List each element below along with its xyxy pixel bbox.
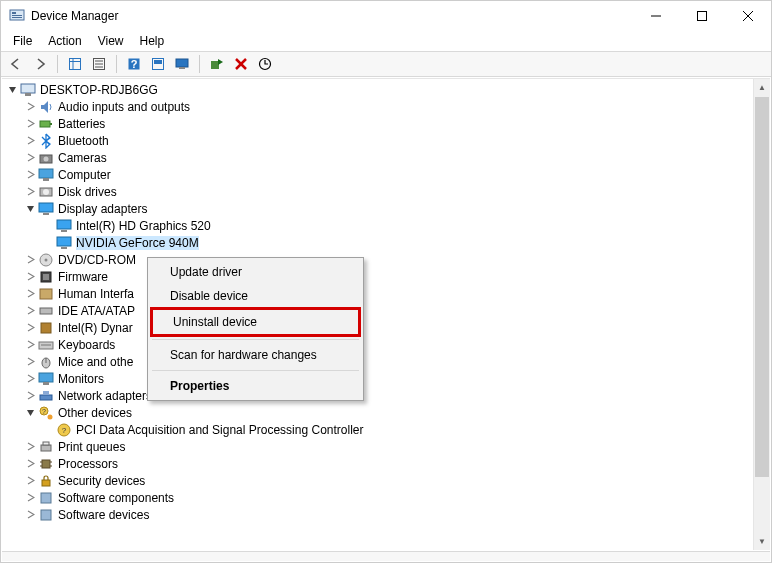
tree-item-firmware[interactable]: Firmware bbox=[4, 268, 753, 285]
menu-file[interactable]: File bbox=[5, 32, 40, 50]
tree-item-keyboards[interactable]: Keyboards bbox=[4, 336, 753, 353]
maximize-button[interactable] bbox=[679, 1, 725, 31]
chevron-right-icon[interactable] bbox=[22, 506, 38, 523]
chevron-down-icon[interactable] bbox=[22, 200, 38, 217]
tree-root[interactable]: DESKTOP-RDJB6GG bbox=[4, 81, 753, 98]
tree-item-cameras[interactable]: Cameras bbox=[4, 149, 753, 166]
scroll-up-button[interactable]: ▲ bbox=[754, 79, 770, 96]
chevron-right-icon[interactable] bbox=[22, 98, 38, 115]
ide-icon bbox=[38, 303, 54, 319]
context-menu: Update driver Disable device Uninstall d… bbox=[147, 257, 364, 401]
device-tree[interactable]: DESKTOP-RDJB6GG Audio inputs and outputs… bbox=[2, 79, 753, 550]
minimize-button[interactable] bbox=[633, 1, 679, 31]
keyboard-icon bbox=[38, 337, 54, 353]
software-icon bbox=[38, 490, 54, 506]
chevron-right-icon[interactable] bbox=[22, 251, 38, 268]
tree-item-bluetooth[interactable]: Bluetooth bbox=[4, 132, 753, 149]
svg-rect-52 bbox=[39, 373, 53, 382]
uninstall-button[interactable] bbox=[230, 53, 252, 75]
tree-item-other[interactable]: ? Other devices bbox=[4, 404, 753, 421]
properties-button[interactable] bbox=[88, 53, 110, 75]
chevron-right-icon[interactable] bbox=[22, 455, 38, 472]
svg-rect-26 bbox=[25, 93, 31, 96]
tree-item-printq[interactable]: Print queues bbox=[4, 438, 753, 455]
chevron-right-icon[interactable] bbox=[22, 489, 38, 506]
tree-item-computer[interactable]: Computer bbox=[4, 166, 753, 183]
tree-item-hid[interactable]: Human Interfa bbox=[4, 285, 753, 302]
chevron-right-icon[interactable] bbox=[22, 166, 38, 183]
chevron-right-icon[interactable] bbox=[22, 370, 38, 387]
tree-item-dvd[interactable]: DVD/CD-ROM bbox=[4, 251, 753, 268]
chevron-right-icon[interactable] bbox=[22, 285, 38, 302]
context-disable-device[interactable]: Disable device bbox=[150, 284, 361, 308]
chevron-right-icon[interactable] bbox=[22, 302, 38, 319]
chevron-right-icon[interactable] bbox=[22, 472, 38, 489]
tree-item-processors[interactable]: Processors bbox=[4, 455, 753, 472]
vertical-scrollbar[interactable]: ▲ ▼ bbox=[753, 79, 770, 550]
chevron-right-icon[interactable] bbox=[22, 149, 38, 166]
display-adapter-icon bbox=[38, 201, 54, 217]
tree-item-nvidia[interactable]: NVIDIA GeForce 940M bbox=[4, 234, 753, 251]
tree-item-intel-dynamic[interactable]: Intel(R) Dynar bbox=[4, 319, 753, 336]
svg-point-58 bbox=[48, 414, 53, 419]
svg-rect-70 bbox=[41, 510, 51, 520]
tree-item-disk[interactable]: Disk drives bbox=[4, 183, 753, 200]
tree-item-batteries[interactable]: Batteries bbox=[4, 115, 753, 132]
menu-help[interactable]: Help bbox=[132, 32, 173, 50]
menu-view[interactable]: View bbox=[90, 32, 132, 50]
tree-item-softdev[interactable]: Software devices bbox=[4, 506, 753, 523]
tree-label: Computer bbox=[58, 168, 111, 182]
tree-item-pci[interactable]: ? PCI Data Acquisition and Signal Proces… bbox=[4, 421, 753, 438]
chevron-right-icon[interactable] bbox=[22, 336, 38, 353]
context-uninstall-device[interactable]: Uninstall device bbox=[150, 307, 361, 337]
tree-item-network[interactable]: Network adapters bbox=[4, 387, 753, 404]
tree-item-display[interactable]: Display adapters bbox=[4, 200, 753, 217]
scroll-thumb[interactable] bbox=[755, 97, 769, 477]
tree-item-ide[interactable]: IDE ATA/ATAP bbox=[4, 302, 753, 319]
chevron-down-icon[interactable] bbox=[4, 81, 20, 98]
menu-action[interactable]: Action bbox=[40, 32, 89, 50]
svg-rect-32 bbox=[43, 178, 49, 181]
chevron-down-icon[interactable] bbox=[22, 404, 38, 421]
chevron-right-icon[interactable] bbox=[22, 183, 38, 200]
svg-rect-3 bbox=[12, 17, 22, 18]
tree-label: Audio inputs and outputs bbox=[58, 100, 190, 114]
monitor-icon bbox=[38, 167, 54, 183]
tree-item-softcomp[interactable]: Software components bbox=[4, 489, 753, 506]
chevron-right-icon[interactable] bbox=[22, 387, 38, 404]
tree-label: Human Interfa bbox=[58, 287, 134, 301]
chevron-right-icon[interactable] bbox=[22, 115, 38, 132]
enable-button[interactable] bbox=[206, 53, 228, 75]
chevron-right-icon[interactable] bbox=[22, 132, 38, 149]
context-scan-hardware[interactable]: Scan for hardware changes bbox=[150, 343, 361, 367]
chevron-right-icon[interactable] bbox=[22, 319, 38, 336]
chevron-right-icon[interactable] bbox=[22, 268, 38, 285]
back-button[interactable] bbox=[5, 53, 27, 75]
remote-button[interactable] bbox=[171, 53, 193, 75]
close-button[interactable] bbox=[725, 1, 771, 31]
svg-rect-1 bbox=[12, 12, 16, 14]
svg-text:?: ? bbox=[62, 426, 67, 435]
tree-item-intel-graphics[interactable]: Intel(R) HD Graphics 520 bbox=[4, 217, 753, 234]
forward-button[interactable] bbox=[29, 53, 51, 75]
show-hide-tree-button[interactable] bbox=[64, 53, 86, 75]
help-button[interactable]: ? bbox=[123, 53, 145, 75]
display-adapter-icon bbox=[56, 235, 72, 251]
context-update-driver[interactable]: Update driver bbox=[150, 260, 361, 284]
tree-label: Security devices bbox=[58, 474, 145, 488]
tree-item-security[interactable]: Security devices bbox=[4, 472, 753, 489]
chevron-right-icon[interactable] bbox=[22, 353, 38, 370]
tree-label: Processors bbox=[58, 457, 118, 471]
tree-label: Keyboards bbox=[58, 338, 115, 352]
tree-item-mice[interactable]: Mice and othe bbox=[4, 353, 753, 370]
tree-item-audio[interactable]: Audio inputs and outputs bbox=[4, 98, 753, 115]
scroll-down-button[interactable]: ▼ bbox=[754, 533, 770, 550]
chevron-right-icon[interactable] bbox=[22, 438, 38, 455]
menubar: File Action View Help bbox=[1, 31, 771, 51]
context-properties[interactable]: Properties bbox=[150, 374, 361, 398]
tree-item-monitors[interactable]: Monitors bbox=[4, 370, 753, 387]
update-driver-button[interactable] bbox=[254, 53, 276, 75]
svg-rect-44 bbox=[43, 274, 49, 280]
tree-label: Software components bbox=[58, 491, 174, 505]
scan-button[interactable] bbox=[147, 53, 169, 75]
